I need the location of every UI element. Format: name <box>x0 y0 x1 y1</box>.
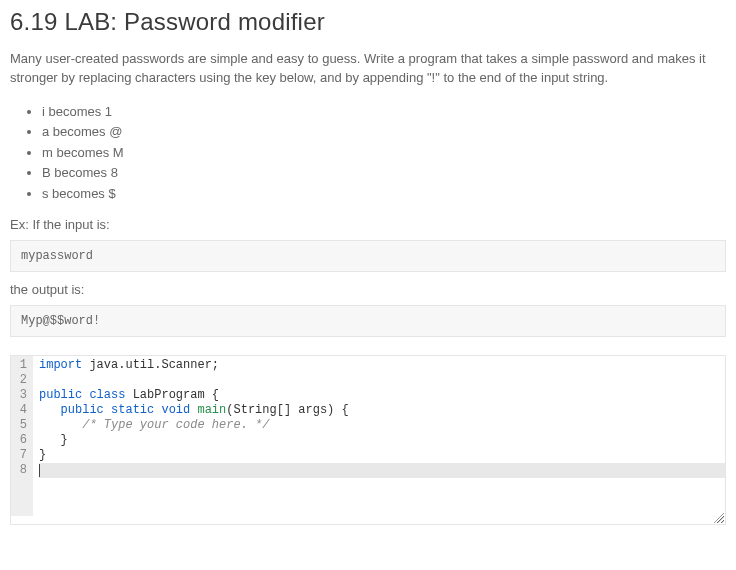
line-number: 6 <box>15 433 27 448</box>
example-input-box: mypassword <box>10 240 726 272</box>
line-number: 4 <box>15 403 27 418</box>
page-title: 6.19 LAB: Password modifier <box>0 0 736 50</box>
example-output-box: Myp@$$word! <box>10 305 726 337</box>
line-number: 5 <box>15 418 27 433</box>
list-item: s becomes $ <box>42 184 726 204</box>
code-line[interactable]: } <box>39 433 725 448</box>
code-editor[interactable]: 12345678 import java.util.Scanner;public… <box>10 355 726 525</box>
line-number: 8 <box>15 463 27 478</box>
code-line[interactable] <box>39 463 725 478</box>
code-line[interactable]: public class LabProgram { <box>39 388 725 403</box>
code-line[interactable]: import java.util.Scanner; <box>39 358 725 373</box>
line-number: 1 <box>15 358 27 373</box>
code-line[interactable]: } <box>39 448 725 463</box>
line-number: 2 <box>15 373 27 388</box>
rules-list: i becomes 1 a becomes @ m becomes M B be… <box>10 102 726 204</box>
example-output-label: the output is: <box>10 282 726 297</box>
prompt-section: Many user-created passwords are simple a… <box>0 50 736 337</box>
line-number: 3 <box>15 388 27 403</box>
list-item: a becomes @ <box>42 122 726 142</box>
resize-handle-icon[interactable] <box>713 512 725 524</box>
line-number: 7 <box>15 448 27 463</box>
code-line[interactable]: /* Type your code here. */ <box>39 418 725 433</box>
text-cursor <box>39 464 40 477</box>
example-input-label: Ex: If the input is: <box>10 217 726 232</box>
intro-text: Many user-created passwords are simple a… <box>10 50 726 88</box>
code-line[interactable]: public static void main(String[] args) { <box>39 403 725 418</box>
code-line[interactable] <box>39 373 725 388</box>
list-item: i becomes 1 <box>42 102 726 122</box>
list-item: m becomes M <box>42 143 726 163</box>
list-item: B becomes 8 <box>42 163 726 183</box>
code-area[interactable]: import java.util.Scanner;public class La… <box>33 356 725 516</box>
line-number-gutter: 12345678 <box>11 356 33 516</box>
